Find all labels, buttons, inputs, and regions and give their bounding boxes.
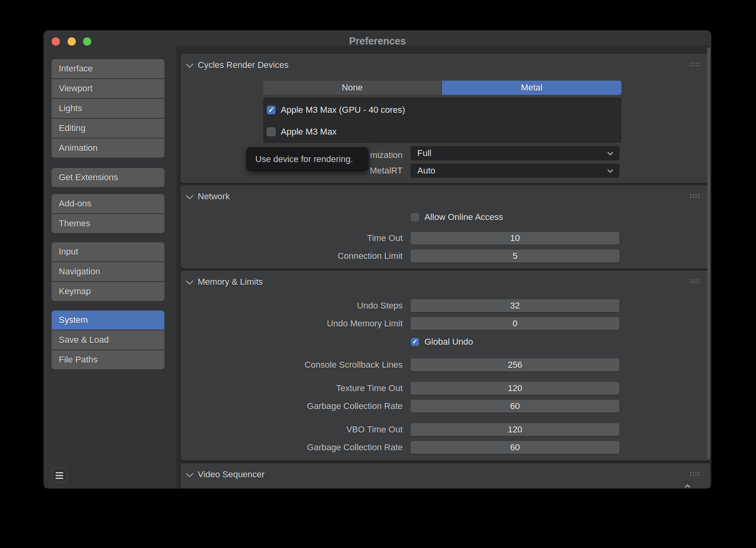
panel-cycles-render-devices: Cycles Render Devices None Metal Apple M… <box>181 54 710 183</box>
sidebar-group-addons: Add-ons Themes <box>52 194 164 233</box>
device-label: Apple M3 Max <box>281 127 337 137</box>
sidebar-item-animation[interactable]: Animation <box>52 139 164 158</box>
kernel-optimization-dropdown[interactable]: Full <box>411 146 619 160</box>
undo-steps-label: Undo Steps <box>240 299 403 312</box>
sidebar-item-keymap[interactable]: Keymap <box>52 282 164 301</box>
sidebar-item-file-paths[interactable]: File Paths <box>52 350 164 369</box>
panel-title: Network <box>198 191 230 202</box>
device-list: Apple M3 Max (GPU - 40 cores) Apple M3 M… <box>263 98 621 143</box>
checkbox-label: Global Undo <box>424 337 473 347</box>
vbo-garbage-collection-rate-field[interactable]: 60 <box>411 441 619 454</box>
device-tab-none[interactable]: None <box>263 81 441 95</box>
sidebar-item-input[interactable]: Input <box>52 242 164 261</box>
sidebar-item-editing[interactable]: Editing <box>52 119 164 138</box>
panel-grip-icon[interactable] <box>689 62 700 66</box>
dropdown-value: Full <box>417 148 431 158</box>
sidebar-item-interface[interactable]: Interface <box>52 59 164 78</box>
title-bar[interactable]: Preferences <box>44 31 711 46</box>
sidebar-item-save-load[interactable]: Save & Load <box>52 330 164 349</box>
sidebar-item-viewport[interactable]: Viewport <box>52 79 164 98</box>
metalrt-dropdown[interactable]: Auto <box>411 164 619 178</box>
network-panel-header[interactable]: Network <box>187 190 230 203</box>
vbo-garbage-collection-rate-label: Garbage Collection Rate <box>240 441 403 454</box>
vbo-time-out-label: VBO Time Out <box>240 423 403 436</box>
connection-limit-field[interactable]: 5 <box>411 250 619 262</box>
panel-grip-icon[interactable] <box>689 193 700 198</box>
garbage-collection-rate-label: Garbage Collection Rate <box>240 400 403 413</box>
sidebar-item-navigation[interactable]: Navigation <box>52 262 164 281</box>
chevron-down-icon <box>186 192 193 199</box>
sidebar-group-input: Input Navigation Keymap <box>52 242 164 301</box>
device-label: Apple M3 Max (GPU - 40 cores) <box>281 105 405 115</box>
chevron-down-icon <box>608 167 613 173</box>
checkbox-unchecked-icon[interactable] <box>267 127 276 136</box>
hamburger-icon <box>56 472 63 473</box>
checkbox-checked-icon[interactable] <box>411 338 419 346</box>
device-row[interactable]: Apple M3 Max (GPU - 40 cores) <box>267 105 405 115</box>
panel-grip-icon[interactable] <box>689 471 700 476</box>
sidebar-item-lights[interactable]: Lights <box>52 99 164 118</box>
scrollbar-thumb[interactable] <box>707 47 710 459</box>
sidebar-item-addons[interactable]: Add-ons <box>52 194 164 213</box>
panel-title: Memory & Limits <box>198 277 263 287</box>
console-scrollback-lines-field[interactable]: 256 <box>411 359 619 371</box>
texture-time-out-field[interactable]: 120 <box>411 382 619 395</box>
sidebar-item-themes[interactable]: Themes <box>52 214 164 233</box>
panel-title: Video Sequencer <box>198 469 264 480</box>
video-sequencer-panel-header[interactable]: Video Sequencer <box>187 468 264 481</box>
chevron-up-icon <box>685 484 690 488</box>
device-row[interactable]: Apple M3 Max <box>267 127 337 137</box>
scroll-top-button[interactable] <box>681 482 694 488</box>
texture-time-out-label: Texture Time Out <box>240 382 403 395</box>
panel-network: Network Allow Online Access Time Out 10 … <box>181 185 710 268</box>
time-out-field[interactable]: 10 <box>411 232 619 245</box>
panel-memory-limits: Memory & Limits Undo Steps 32 Undo Memor… <box>181 271 710 461</box>
sidebar-group-general: Interface Viewport Lights Editing Animat… <box>52 59 164 158</box>
global-undo-row[interactable]: Global Undo <box>411 337 473 347</box>
undo-memory-limit-label: Undo Memory Limit <box>240 317 403 330</box>
chevron-down-icon <box>186 60 193 68</box>
chevron-down-icon <box>186 277 193 284</box>
window-title: Preferences <box>44 35 711 47</box>
preferences-menu-button[interactable] <box>52 468 67 482</box>
chevron-down-icon <box>186 470 193 477</box>
preferences-window: Preferences Interface Viewport Lights Ed… <box>44 31 711 488</box>
undo-steps-field[interactable]: 32 <box>411 299 619 312</box>
chevron-down-icon <box>608 150 613 155</box>
sidebar-item-system[interactable]: System <box>52 311 164 330</box>
device-tab-metal[interactable]: Metal <box>442 81 621 95</box>
garbage-collection-rate-field[interactable]: 60 <box>411 400 619 413</box>
checkbox-label: Allow Online Access <box>424 212 503 222</box>
allow-online-access-row[interactable]: Allow Online Access <box>411 212 503 222</box>
vbo-time-out-field[interactable]: 120 <box>411 423 619 436</box>
console-scrollback-lines-label: Console Scrollback Lines <box>240 359 403 371</box>
sidebar-group-extensions: Get Extensions <box>52 168 164 187</box>
checkbox-unchecked-icon[interactable] <box>411 213 419 221</box>
cycles-panel-header[interactable]: Cycles Render Devices <box>187 59 289 71</box>
panel-grip-icon[interactable] <box>689 279 700 283</box>
checkbox-checked-icon[interactable] <box>267 106 276 114</box>
memory-panel-header[interactable]: Memory & Limits <box>187 276 263 288</box>
tooltip-text: Use device for rendering. <box>255 154 353 164</box>
time-out-label: Time Out <box>240 232 403 245</box>
dropdown-value: Auto <box>417 166 435 176</box>
tooltip: Use device for rendering. <box>247 147 368 171</box>
undo-memory-limit-field[interactable]: 0 <box>411 317 619 330</box>
sidebar-group-system: System Save & Load File Paths <box>52 311 164 369</box>
panel-title: Cycles Render Devices <box>198 60 289 70</box>
panel-video-sequencer: Video Sequencer <box>181 463 710 488</box>
sidebar-item-get-extensions[interactable]: Get Extensions <box>52 168 164 187</box>
connection-limit-label: Connection Limit <box>240 250 403 262</box>
